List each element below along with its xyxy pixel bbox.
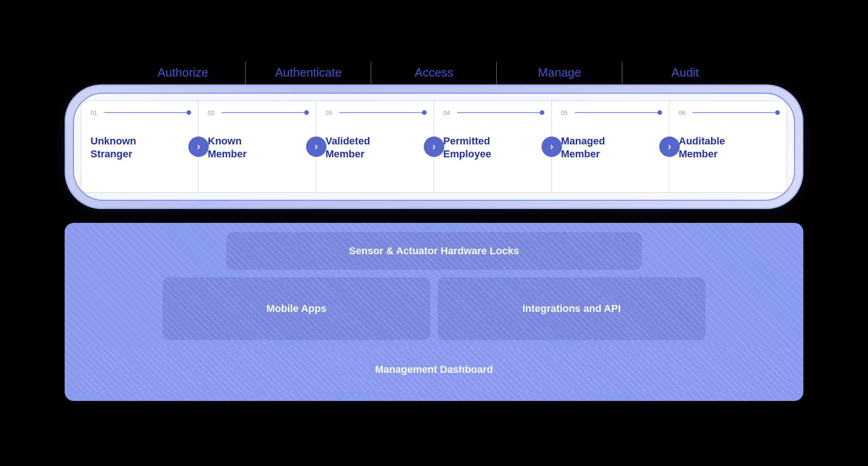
arrow-btn-4[interactable]: › — [542, 137, 562, 157]
arrow-btn-1[interactable]: › — [188, 137, 209, 157]
phase-authenticate: Authenticate — [246, 66, 371, 80]
step-header-6: 06 — [679, 109, 778, 116]
step-title-2: Known Member — [208, 135, 307, 161]
bottom-section: Sensor & Actuator Hardware Locks Mobile … — [74, 232, 794, 392]
step-title-5: Managed Member — [561, 135, 660, 161]
diagram-container: Authorize Authenticate Access Manage Aud… — [65, 66, 803, 401]
step-number-1: 01 — [90, 109, 100, 116]
phase-manage: Manage — [497, 66, 622, 80]
step-card-6: 06 Auditable Member — [669, 101, 787, 193]
step-line-1 — [104, 112, 189, 113]
cards-row: 01 Unknown Stranger › 02 — [81, 101, 787, 193]
phase-audit: Audit — [622, 66, 748, 80]
step-number-2: 02 — [208, 109, 217, 116]
arrow-btn-2[interactable]: › — [306, 137, 326, 157]
outer-wrapper: Sensor & Actuator Hardware Locks Mobile … — [65, 223, 803, 401]
hardware-block: Sensor & Actuator Hardware Locks — [226, 232, 642, 270]
step-line-4 — [457, 112, 542, 113]
step-number-5: 05 — [561, 109, 570, 116]
oval-track: 01 Unknown Stranger › 02 — [65, 84, 803, 209]
integrations-block: Integrations and API — [438, 277, 705, 340]
phase-authorize: Authorize — [120, 66, 246, 80]
hardware-row: Sensor & Actuator Hardware Locks — [78, 232, 790, 270]
step-title-4: Permitted Employee — [443, 135, 542, 161]
card-wrapper-3: 03 Valideted Member › — [316, 101, 434, 193]
step-card-4: 04 Permitted Employee — [434, 101, 552, 193]
phase-labels: Authorize Authenticate Access Manage Aud… — [65, 66, 803, 80]
step-card-1: 01 Unknown Stranger — [81, 101, 199, 193]
card-wrapper-5: 05 Managed Member › — [552, 101, 669, 193]
step-header-1: 01 — [90, 109, 189, 116]
step-header-5: 05 — [561, 109, 660, 116]
step-line-5 — [575, 112, 660, 113]
arrow-btn-3[interactable]: › — [424, 137, 444, 157]
step-line-3 — [339, 112, 424, 113]
phase-access: Access — [371, 66, 497, 80]
step-card-3: 03 Valideted Member — [316, 101, 434, 193]
step-title-3: Valideted Member — [326, 135, 424, 161]
card-wrapper-2: 02 Known Member › — [199, 101, 316, 193]
step-header-2: 02 — [208, 109, 307, 116]
arrow-btn-5[interactable]: › — [659, 137, 680, 157]
step-card-2: 02 Known Member — [199, 101, 316, 193]
step-title-6: Auditable Member — [679, 135, 778, 161]
step-line-6 — [693, 112, 778, 113]
step-number-4: 04 — [443, 109, 452, 116]
step-card-5: 05 Managed Member — [552, 101, 669, 193]
card-wrapper-1: 01 Unknown Stranger › — [81, 101, 199, 193]
card-wrapper-4: 04 Permitted Employee › — [434, 101, 552, 193]
inner-container: 01 Unknown Stranger › 02 — [73, 93, 795, 201]
mid-row: Mobile Apps Integrations and API — [78, 277, 790, 340]
card-wrapper-6: 06 Auditable Member — [669, 101, 787, 193]
step-header-3: 03 — [326, 109, 424, 116]
step-title-1: Unknown Stranger — [90, 135, 189, 161]
step-number-3: 03 — [326, 109, 335, 116]
step-number-6: 06 — [679, 109, 688, 116]
step-line-2 — [222, 112, 307, 113]
mobile-block: Mobile Apps — [163, 277, 430, 340]
step-header-4: 04 — [443, 109, 542, 116]
dashboard-block: Management Dashboard — [78, 347, 790, 392]
